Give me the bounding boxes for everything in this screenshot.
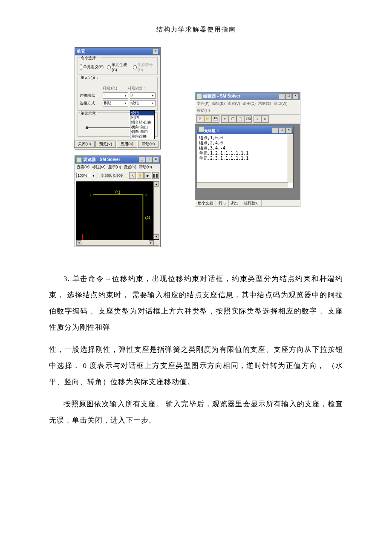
type1-select[interactable]: 刚结▼ xyxy=(103,100,128,106)
unit-define-group: 单元定义： 杆端1(1)： 杆端2(2)： 连接结点： 1▼ 2▼ 连接 xyxy=(78,77,158,111)
preview-button[interactable]: 预览(V) xyxy=(95,141,116,148)
mdi-area: 无标题-1 _ □ × 结点,1,0,0 结点,2,4,0 结点,3,4,-4 … xyxy=(195,124,300,200)
hand-tool-icon[interactable]: ✋ xyxy=(137,172,144,179)
paste-icon[interactable]: 📋 xyxy=(236,115,244,123)
menu-help[interactable]: 帮助(H) xyxy=(139,164,152,170)
editor-statusbar: 整个文档 行:6 列:1 总行数:6 xyxy=(195,200,300,207)
radio-dot-icon xyxy=(107,65,111,69)
type2-dropdown[interactable]: 铰结 刚结 组合结-自由 横向-自由 斜向-自由 单向连接 xyxy=(130,110,155,139)
window-controls: _ □ × xyxy=(139,157,159,163)
element-label: (1) xyxy=(115,190,120,194)
element-label: (2) xyxy=(145,216,150,220)
dropdown-option[interactable]: 单向连接 xyxy=(130,134,154,139)
minimize-button[interactable]: _ xyxy=(279,93,285,99)
viewer-titlebar[interactable]: 观览器 - SM Solver _ □ × xyxy=(75,156,160,164)
copy-icon[interactable]: ❐ xyxy=(229,115,236,123)
scroll-up-icon[interactable]: ▴ xyxy=(154,181,159,187)
command-select-group: 命令选择： 单元定义(E) 单元生成(C) 生存符号(D) xyxy=(78,57,158,75)
dropdown-option[interactable]: 刚结 xyxy=(130,115,154,120)
menu-display[interactable]: 显示(D) xyxy=(108,164,121,170)
menu-view[interactable]: 查看(V) xyxy=(228,101,240,106)
menu-solve[interactable]: 求解(S) xyxy=(258,101,271,106)
paragraph: 3. 单击命令→位移约束，出现位移约束对话框，约束类型分为结点约束和杆端约束， … xyxy=(49,271,343,336)
window-controls: _ □ × xyxy=(272,127,292,133)
vertical-scrollbar[interactable] xyxy=(288,134,293,183)
maximize-button[interactable]: □ xyxy=(279,127,285,133)
status-col: 列:1 xyxy=(229,200,242,207)
maximize-button[interactable]: □ xyxy=(285,93,292,99)
page-title: 结构力学求解器使用指南 xyxy=(49,26,343,34)
col2-header: 杆端2(2)： xyxy=(128,86,151,91)
save-icon[interactable]: 💾 xyxy=(212,115,219,123)
pause-icon[interactable]: ❚❚ xyxy=(152,172,159,179)
child-titlebar[interactable]: 无标题-1 _ □ × xyxy=(197,126,293,134)
menu-annotate[interactable]: 标注(M) xyxy=(92,164,106,170)
dropdown-option[interactable]: 铰结 xyxy=(130,111,154,115)
menu-settings[interactable]: 设置(S) xyxy=(124,164,136,170)
zoom-select[interactable]: 100% xyxy=(76,173,91,178)
radio-dot-icon xyxy=(133,65,137,69)
dialog-title-text: 单元 xyxy=(77,49,85,55)
horizontal-scrollbar[interactable]: ◂ ▸ xyxy=(76,240,154,245)
menu-edit[interactable]: 编辑(E) xyxy=(212,101,225,106)
viewer-canvas[interactable]: 1 2 3 (1) (2) ▴ ▾ ◂ xyxy=(76,181,159,246)
editor-titlebar[interactable]: 编辑器 - SM Solver _ □ × xyxy=(195,92,300,100)
editor-textarea[interactable]: 结点,1,0,0 结点,2,4,0 结点,3,4,-4 单元,1,2,1,1,1… xyxy=(197,134,293,188)
dropdown-option[interactable]: 斜向-自由 xyxy=(130,129,154,134)
editor-menubar[interactable]: 文件(F) 编辑(E) 查看(V) 命令(C) 求解(S) 窗口(W) 帮助(H… xyxy=(195,100,300,115)
vertical-scrollbar[interactable]: ▴ ▾ xyxy=(153,181,159,239)
minimize-button[interactable]: _ xyxy=(272,127,278,133)
scroll-left-icon[interactable]: ◂ xyxy=(76,240,81,245)
radio-dot-icon xyxy=(80,64,82,70)
dropdown-option[interactable]: 横向-自由 xyxy=(130,125,154,129)
menu-command[interactable]: 命令(C) xyxy=(243,101,256,106)
play-icon[interactable]: ▶ xyxy=(144,172,151,179)
child-title-text: 无标题-1 xyxy=(204,129,219,133)
radio-disabled: 生存符号(D) xyxy=(133,62,156,72)
cut-icon[interactable]: ✂ xyxy=(221,115,229,123)
minimize-button[interactable]: _ xyxy=(139,157,145,163)
close-button[interactable]: × xyxy=(292,93,299,99)
node1-select[interactable]: 1▼ xyxy=(103,92,128,99)
scroll-right-icon[interactable]: ▸ xyxy=(149,240,154,245)
app-icon xyxy=(196,94,202,99)
paragraph: 性，一般选择刚性，弹性支座是指弹簧之类刚度为有限值的支座。支座方向从下拉按钮中选… xyxy=(49,342,343,390)
eraser-icon[interactable]: ⌫ xyxy=(244,115,252,123)
pointer-tool-icon[interactable]: ↖ xyxy=(129,172,136,179)
left-column: 单元 × 命令选择： 单元定义(E) 单元生成(C) 生存符号(D) 单元定义： xyxy=(75,47,161,247)
menu-view[interactable]: 查看(V) xyxy=(77,164,89,170)
dialog-titlebar[interactable]: 单元 × xyxy=(75,48,160,55)
horizontal-scrollbar[interactable] xyxy=(197,182,288,188)
dropdown-option[interactable]: 组合结-自由 xyxy=(130,120,154,125)
group-label: 单元定义： xyxy=(80,75,101,81)
type2-select[interactable]: 铰结▼ xyxy=(130,100,156,106)
prev-icon[interactable]: « xyxy=(254,115,261,123)
apply-button[interactable]: 应用(A) xyxy=(117,141,137,148)
next-icon[interactable]: » xyxy=(261,115,269,123)
close-button[interactable]: × xyxy=(285,127,292,133)
dialog-close-button[interactable]: × xyxy=(153,49,159,55)
radio-define[interactable]: 单元定义(E) xyxy=(80,62,104,72)
code-line: 单元,1,2,1,1,1,1,1,1 xyxy=(199,151,291,156)
radio-generate[interactable]: 单元生成(C) xyxy=(107,62,130,72)
scroll-down-icon[interactable]: ▾ xyxy=(154,234,159,239)
viewer-menubar[interactable]: 查看(V) 标注(M) 显示(D) 设置(S) 帮助(H) xyxy=(75,164,160,171)
menu-help[interactable]: 帮助(H) xyxy=(197,108,210,113)
label: 连接结点： xyxy=(80,93,101,98)
viewer-toolbar: 100% ▼ 5.680, 0.909 ↖ ✋ ▶ ❚❚ xyxy=(75,171,160,180)
maximize-button[interactable]: □ xyxy=(146,157,152,163)
menu-window[interactable]: 窗口(W) xyxy=(274,101,288,106)
close-button[interactable]: × xyxy=(153,157,159,163)
dialog-body: 命令选择： 单元定义(E) 单元生成(C) 生存符号(D) 单元定义： 杆端1(… xyxy=(75,55,160,139)
menu-file[interactable]: 文件(F) xyxy=(197,101,210,106)
help-button[interactable]: 帮助(H) xyxy=(138,141,159,148)
node2-select[interactable]: 2▼ xyxy=(130,92,156,99)
close-button[interactable]: 关闭(C) xyxy=(74,141,95,148)
open-file-icon[interactable]: 📂 xyxy=(204,115,212,123)
resize-grip-icon[interactable] xyxy=(154,240,159,245)
unit-dialog: 单元 × 命令选择： 单元定义(E) 单元生成(C) 生存符号(D) 单元定义： xyxy=(75,47,161,150)
chevron-down-icon[interactable]: ▼ xyxy=(92,174,95,177)
editor-window: 编辑器 - SM Solver _ □ × 文件(F) 编辑(E) 查看(V) … xyxy=(195,92,300,207)
code-line: 结点,3,4,-4 xyxy=(199,146,291,151)
new-file-icon[interactable]: 🗋 xyxy=(196,115,204,123)
